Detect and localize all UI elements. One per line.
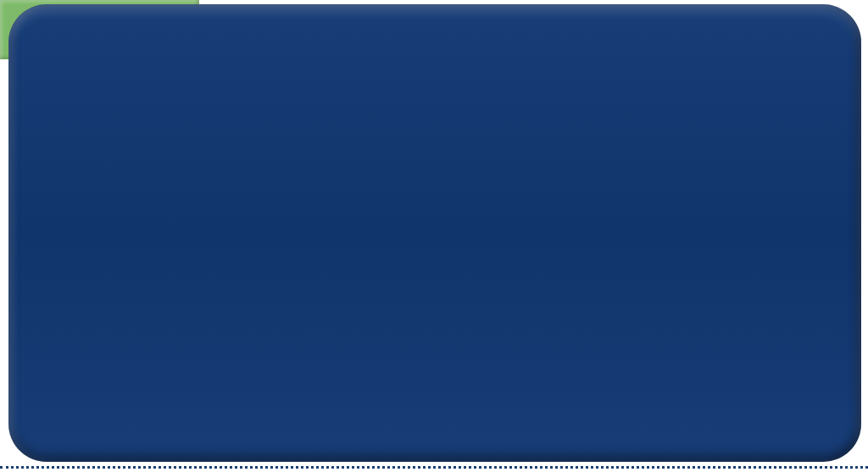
blue-rounded-panel: [8, 4, 861, 462]
dotted-divider: [0, 466, 868, 469]
